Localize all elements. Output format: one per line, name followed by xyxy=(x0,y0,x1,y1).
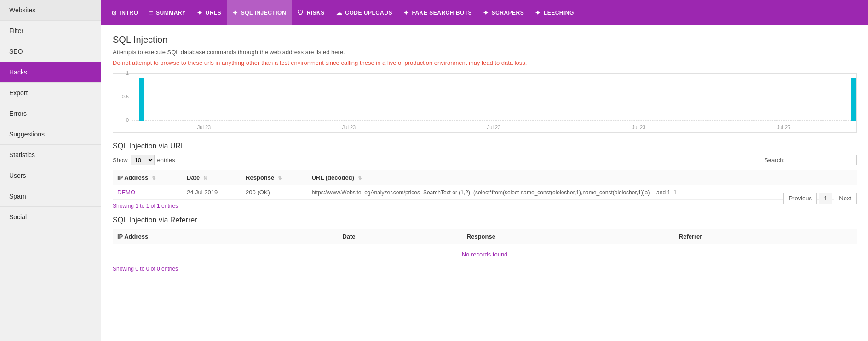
no-records-row: No records found xyxy=(113,244,857,265)
ref-col-referrer: Referrer xyxy=(674,229,857,244)
page-description: Attempts to execute SQL database command… xyxy=(113,49,857,56)
referrer-table-title: SQL Injection via Referrer xyxy=(113,216,857,224)
sort-ip-icon: ⇅ xyxy=(152,176,155,181)
intro-icon: ⊙ xyxy=(111,9,117,17)
nav-risks-label: RISKS xyxy=(307,10,325,16)
content-area: SQL Injection Attempts to execute SQL da… xyxy=(101,25,868,341)
page-warning: Do not attempt to browse to these urls i… xyxy=(113,59,857,66)
summary-icon: ≡ xyxy=(149,9,153,17)
search-label: Search: xyxy=(764,157,785,164)
row-url: https://www.WebsiteLogAnalyzer.com/price… xyxy=(307,185,857,200)
col-url: URL (decoded) ⇅ xyxy=(307,170,857,185)
sidebar-item-statistics[interactable]: Statistics xyxy=(0,145,101,165)
code-uploads-icon: ☁ xyxy=(336,9,343,17)
sql-injection-chart: 1 0.5 0 Jul 23 xyxy=(113,73,857,133)
referrer-table-header: IP Address Date Response Referrer xyxy=(113,229,857,244)
page-title: SQL Injection xyxy=(113,34,857,45)
nav-risks[interactable]: 🛡 RISKS xyxy=(292,0,330,25)
row-response: 200 (OK) xyxy=(241,185,307,200)
fake-search-bots-icon: ✦ xyxy=(403,9,409,17)
show-entries-control: Show 10 25 50 100 entries xyxy=(113,155,175,165)
referrer-table-showing: Showing 0 to 0 of 0 entries xyxy=(113,266,178,272)
nav-summary-label: SUMMARY xyxy=(156,10,186,16)
nav-leeching-label: LEECHING xyxy=(544,10,574,16)
chart-x-labels: Jul 23 Jul 23 Jul 23 Jul 23 Jul 25 xyxy=(132,122,856,132)
grid-label-0: 0 xyxy=(114,117,129,123)
nav-code-uploads-label: CODE UPLOADS xyxy=(345,10,392,16)
nav-fake-search-bots[interactable]: ✦ FAKE SEARCH BOTS xyxy=(398,0,477,25)
leeching-icon: ✦ xyxy=(535,9,541,17)
row-ip[interactable]: DEMO xyxy=(113,185,182,200)
nav-sql-injection[interactable]: ✦ SQL INJECTION xyxy=(227,0,292,25)
next-button[interactable]: Next xyxy=(834,193,857,204)
x-label-1: Jul 23 xyxy=(197,125,211,130)
col-ip: IP Address ⇅ xyxy=(113,170,182,185)
url-injection-table: IP Address ⇅ Date ⇅ Response ⇅ URL (deco… xyxy=(113,170,857,200)
sort-date-icon: ⇅ xyxy=(203,176,207,181)
nav-intro-label: INTRO xyxy=(120,10,138,16)
url-table-controls: Show 10 25 50 100 entries Search: xyxy=(113,155,857,165)
referrer-injection-table: IP Address Date Response Referrer No rec… xyxy=(113,229,857,265)
nav-intro[interactable]: ⊙ INTRO xyxy=(106,0,144,25)
sidebar-item-hacks[interactable]: Hacks xyxy=(0,62,101,83)
risks-icon: 🛡 xyxy=(297,9,304,17)
ref-col-date: Date xyxy=(338,229,462,244)
nav-urls[interactable]: ✦ URLS xyxy=(191,0,227,25)
sql-injection-icon: ✦ xyxy=(232,9,238,17)
sidebar-item-websites[interactable]: Websites xyxy=(0,0,101,21)
grid-label-1: 1 xyxy=(114,70,129,76)
ref-col-ip: IP Address xyxy=(113,229,338,244)
no-records-text: No records found xyxy=(113,244,857,265)
bar-last xyxy=(851,78,856,121)
x-label-4: Jul 23 xyxy=(632,125,645,130)
col-response: Response ⇅ xyxy=(241,170,307,185)
bar-first xyxy=(139,78,144,121)
scrapers-icon: ✦ xyxy=(483,9,489,17)
table-row: DEMO 24 Jul 2019 200 (OK) https://www.We… xyxy=(113,185,857,200)
nav-leeching[interactable]: ✦ LEECHING xyxy=(529,0,580,25)
search-input[interactable] xyxy=(788,155,857,165)
page-1-button[interactable]: 1 xyxy=(819,193,832,204)
entries-select[interactable]: 10 25 50 100 xyxy=(131,155,155,165)
url-table-pagination: Previous 1 Next xyxy=(783,193,857,204)
sort-response-icon: ⇅ xyxy=(278,176,282,181)
nav-summary[interactable]: ≡ SUMMARY xyxy=(144,0,191,25)
sidebar-item-users[interactable]: Users xyxy=(0,165,101,186)
top-navigation: ⊙ INTRO ≡ SUMMARY ✦ URLS ✦ SQL INJECTION… xyxy=(101,0,868,25)
ref-col-response: Response xyxy=(462,229,674,244)
nav-scrapers[interactable]: ✦ SCRAPERS xyxy=(477,0,529,25)
sidebar-item-social[interactable]: Social xyxy=(0,207,101,227)
sort-url-icon: ⇅ xyxy=(358,176,362,181)
previous-button[interactable]: Previous xyxy=(783,193,817,204)
search-control: Search: xyxy=(764,155,857,165)
sidebar: Websites Filter SEO Hacks Export Errors … xyxy=(0,0,101,341)
sidebar-item-seo[interactable]: SEO xyxy=(0,41,101,62)
entries-label: entries xyxy=(157,157,175,164)
grid-label-05: 0.5 xyxy=(114,94,129,99)
x-label-3: Jul 23 xyxy=(487,125,500,130)
col-date: Date ⇅ xyxy=(182,170,241,185)
x-label-2: Jul 23 xyxy=(342,125,356,130)
row-date: 24 Jul 2019 xyxy=(182,185,241,200)
nav-scrapers-label: SCRAPERS xyxy=(492,10,524,16)
url-table-title: SQL Injection via URL xyxy=(113,142,857,150)
nav-code-uploads[interactable]: ☁ CODE UPLOADS xyxy=(330,0,398,25)
nav-urls-label: URLS xyxy=(206,10,222,16)
show-label: Show xyxy=(113,157,128,164)
sidebar-item-spam[interactable]: Spam xyxy=(0,186,101,207)
sidebar-item-errors[interactable]: Errors xyxy=(0,103,101,124)
url-table-header: IP Address ⇅ Date ⇅ Response ⇅ URL (deco… xyxy=(113,170,857,185)
sidebar-item-suggestions[interactable]: Suggestions xyxy=(0,124,101,145)
nav-sql-injection-label: SQL INJECTION xyxy=(241,10,286,16)
url-table-showing: Showing 1 to 1 of 1 entries xyxy=(113,203,178,209)
x-label-5: Jul 25 xyxy=(777,125,790,130)
sidebar-item-export[interactable]: Export xyxy=(0,83,101,103)
urls-icon: ✦ xyxy=(197,9,203,17)
chart-bars-container xyxy=(132,74,856,121)
nav-fake-search-bots-label: FAKE SEARCH BOTS xyxy=(412,10,472,16)
sidebar-item-filter[interactable]: Filter xyxy=(0,21,101,41)
main-area: ⊙ INTRO ≡ SUMMARY ✦ URLS ✦ SQL INJECTION… xyxy=(101,0,868,341)
